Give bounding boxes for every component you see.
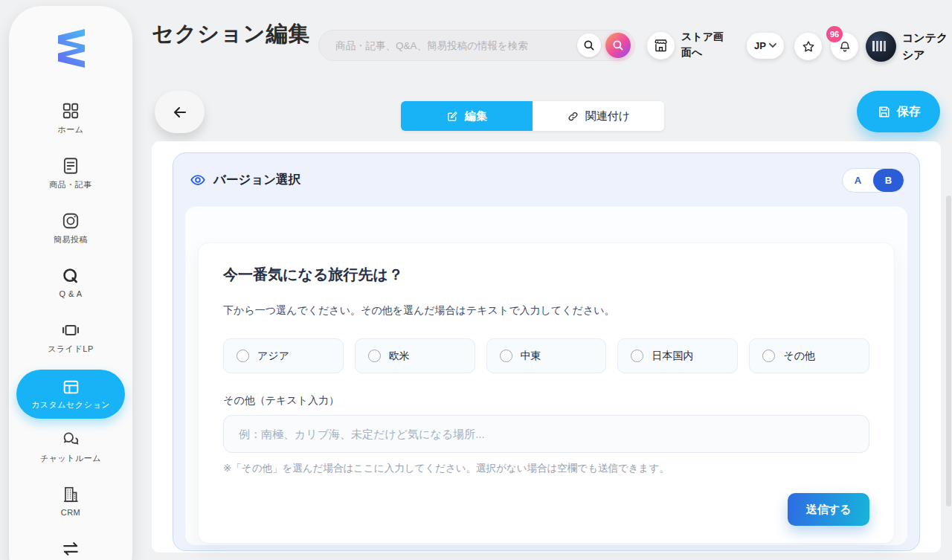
other-text-label: その他（テキスト入力） xyxy=(223,394,869,408)
avatar[interactable] xyxy=(866,31,896,62)
chat-icon xyxy=(61,430,80,449)
sidebar-item-crm[interactable]: CRM xyxy=(9,485,132,517)
submit-row: 送信する xyxy=(223,493,869,526)
survey-form-card: 今一番気になる旅行先は？ 下から一つ選んでください。その他を選んだ場合はテキスト… xyxy=(198,242,895,544)
version-toggle: A B xyxy=(842,168,904,193)
dashboard-icon xyxy=(61,101,80,120)
tab-edit-label: 編集 xyxy=(465,109,487,123)
arrow-left-icon xyxy=(171,103,189,121)
option-domestic-japan[interactable]: 日本国内 xyxy=(617,338,738,373)
language-label: JP xyxy=(754,40,766,51)
survey-question-title: 今一番気になる旅行先は？ xyxy=(223,265,869,285)
sidebar-item-simple-post[interactable]: 簡易投稿 xyxy=(9,211,132,245)
save-button-label: 保存 xyxy=(897,104,921,120)
ai-search-button[interactable] xyxy=(605,33,631,58)
bell-icon xyxy=(837,39,852,54)
custom-section-icon xyxy=(62,378,80,396)
qa-icon xyxy=(61,266,80,286)
radio-icon[interactable] xyxy=(368,350,381,362)
option-label: 中東 xyxy=(521,350,541,363)
notification-badge: 96 xyxy=(826,26,843,42)
option-other[interactable]: その他 xyxy=(749,338,869,373)
eye-icon xyxy=(190,172,206,188)
page-title: セクション編集 xyxy=(152,19,314,48)
chevron-down-icon xyxy=(769,43,776,48)
save-floppy-icon xyxy=(877,105,891,119)
submit-button[interactable]: 送信する xyxy=(788,493,869,526)
language-selector[interactable]: JP xyxy=(747,33,784,59)
store-screen-button[interactable] xyxy=(647,32,675,59)
option-label: 欧米 xyxy=(389,350,410,363)
search-input[interactable] xyxy=(335,40,577,51)
edit-tabs: 編集 関連付け xyxy=(401,101,664,131)
tab-associate[interactable]: 関連付け xyxy=(533,101,664,131)
sidebar-item-home[interactable]: ホーム xyxy=(9,101,132,135)
sidebar: W ホーム 商品・記事 簡易投稿 xyxy=(9,6,132,560)
sidebar-item-label: 簡易投稿 xyxy=(54,234,88,245)
radio-icon[interactable] xyxy=(631,350,643,362)
avatar-image xyxy=(872,41,889,51)
favorites-button[interactable] xyxy=(794,33,822,60)
building-icon xyxy=(61,485,80,504)
star-icon xyxy=(801,39,816,54)
sidebar-item-label: Q & A xyxy=(59,289,82,298)
search-icon[interactable] xyxy=(577,33,601,57)
save-button[interactable]: 保存 xyxy=(857,91,940,132)
sidebar-item-slide-lp[interactable]: スライドLP xyxy=(9,321,132,355)
store-screen-link[interactable]: ストア画面へ xyxy=(681,29,730,60)
back-button[interactable] xyxy=(155,91,205,133)
radio-icon[interactable] xyxy=(500,350,512,362)
option-asia[interactable]: アジア xyxy=(223,338,344,373)
sidebar-item-label: チャットルーム xyxy=(40,453,101,464)
version-a-button[interactable]: A xyxy=(843,169,873,192)
scrollbar[interactable] xyxy=(946,196,951,506)
version-preview-panel: 今一番気になる旅行先は？ 下から一つ選んでください。その他を選んだ場合はテキスト… xyxy=(185,207,907,545)
sidebar-item-qa[interactable]: Q & A xyxy=(9,266,132,298)
swap-arrows-icon xyxy=(60,538,81,559)
version-card-title: バージョン選択 xyxy=(213,172,300,188)
option-label: アジア xyxy=(257,350,289,363)
survey-question-description: 下から一つ選んでください。その他を選んだ場合はテキストで入力してください。 xyxy=(223,304,869,318)
app-window: W ホーム 商品・記事 簡易投稿 xyxy=(0,0,952,560)
sidebar-item-products-articles[interactable]: 商品・記事 xyxy=(9,156,132,190)
radio-icon[interactable] xyxy=(237,350,249,362)
version-card-header: バージョン選択 A B xyxy=(173,153,919,207)
tab-edit[interactable]: 編集 xyxy=(401,101,533,131)
sidebar-item-label: カスタムセクション xyxy=(31,399,110,411)
sidebar-item-chat-room[interactable]: チャットルーム xyxy=(9,430,132,464)
slide-icon xyxy=(61,321,80,340)
article-icon xyxy=(61,156,80,176)
sidebar-item-collapse[interactable] xyxy=(9,538,132,559)
global-search xyxy=(318,30,635,61)
survey-options: アジア 欧米 中東 日本国内 xyxy=(223,338,869,373)
sidebar-item-label: スライドLP xyxy=(48,344,94,355)
sidebar-item-label: CRM xyxy=(61,508,81,517)
link-icon xyxy=(567,110,579,123)
option-west[interactable]: 欧米 xyxy=(355,338,475,373)
sidebar-item-label: ホーム xyxy=(57,124,83,135)
tab-associate-label: 関連付け xyxy=(585,109,630,123)
radio-icon[interactable] xyxy=(762,350,775,362)
brand-logo-icon[interactable]: W xyxy=(45,22,97,74)
instagram-post-icon xyxy=(61,211,80,231)
svg-text:W: W xyxy=(49,28,92,68)
version-b-button[interactable]: B xyxy=(873,169,904,192)
sidebar-item-label: 商品・記事 xyxy=(49,179,92,190)
storefront-icon xyxy=(653,38,669,54)
option-label: その他 xyxy=(783,350,815,363)
form-note: ※「その他」を選んだ場合はここに入力してください。選択がない場合は空欄でも送信で… xyxy=(223,462,869,475)
other-text-input[interactable] xyxy=(223,415,869,453)
option-label: 日本国内 xyxy=(652,350,693,363)
version-section-card: バージョン選択 A B 今一番気になる旅行先は？ 下から一つ選んでください。その… xyxy=(173,152,920,551)
edit-pencil-icon xyxy=(446,110,459,123)
user-name[interactable]: コンテクシア xyxy=(902,30,952,63)
option-middle-east[interactable]: 中東 xyxy=(486,338,607,373)
sidebar-item-custom-section[interactable]: カスタムセクション xyxy=(16,370,125,419)
main-content: バージョン選択 A B 今一番気になる旅行先は？ 下から一つ選んでください。その… xyxy=(152,141,941,553)
